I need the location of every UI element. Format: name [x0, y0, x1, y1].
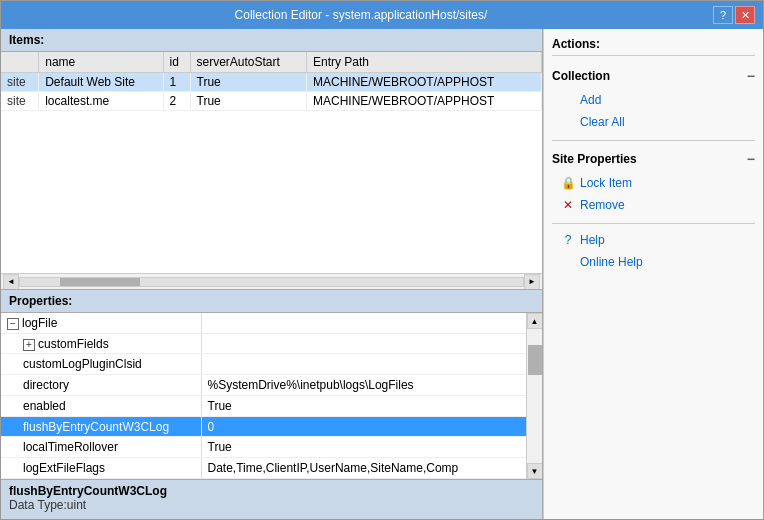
collection-section-title: Collection − [552, 68, 755, 84]
scroll-up-arrow[interactable]: ▲ [527, 313, 543, 329]
clear-all-label: Clear All [580, 115, 625, 129]
add-label: Add [580, 93, 601, 107]
table-row[interactable]: site Default Web Site 1 True MACHINE/WEB… [1, 73, 542, 92]
row-path: MACHINE/WEBROOT/APPHOST [307, 92, 542, 111]
lock-icon: 🔒 [560, 175, 576, 191]
scrollbar-thumb-v[interactable] [528, 345, 542, 375]
prop-value: Date,Time,ClientIP,UserName,SiteName,Com… [201, 458, 526, 479]
col-header-blank [1, 52, 39, 73]
properties-table-container: −logFile +customFields customLogPluginCl… [1, 313, 542, 479]
lock-item-label: Lock Item [580, 176, 632, 190]
window-title: Collection Editor - system.applicationHo… [9, 8, 713, 22]
col-header-id: id [163, 52, 190, 73]
add-icon [560, 92, 576, 108]
prop-row[interactable]: directory %SystemDrive%\inetpub\logs\Log… [1, 375, 526, 396]
prop-name: +customFields [1, 333, 201, 354]
items-header: Items: [1, 29, 542, 52]
expand-icon[interactable]: − [7, 318, 19, 330]
actions-header: Actions: [552, 37, 755, 56]
prop-name: flushByEntryCountW3CLog [1, 416, 201, 437]
online-help-link[interactable]: Online Help [552, 252, 755, 272]
prop-value: True [201, 395, 526, 416]
row-type: site [1, 73, 39, 92]
properties-panel: Properties: −logFile +customFields custo… [1, 289, 542, 519]
prop-name: customLogPluginClsid [1, 354, 201, 375]
expand-icon[interactable]: + [23, 339, 35, 351]
help-label: Help [580, 233, 605, 247]
scroll-down-arrow[interactable]: ▼ [527, 463, 543, 479]
title-bar-buttons: ? ✕ [713, 6, 755, 24]
title-bar: Collection Editor - system.applicationHo… [1, 1, 763, 29]
scrollbar-track-h[interactable] [19, 277, 524, 287]
prop-row[interactable]: logExtFileFlags Date,Time,ClientIP,UserN… [1, 458, 526, 479]
vertical-scrollbar[interactable]: ▲ ▼ [526, 313, 542, 479]
lock-item-link[interactable]: 🔒 Lock Item [552, 173, 755, 193]
clear-all-link[interactable]: Clear All [552, 112, 755, 132]
help-icon: ? [560, 232, 576, 248]
remove-label: Remove [580, 198, 625, 212]
prop-name: enabled [1, 395, 201, 416]
prop-name: −logFile [1, 313, 201, 333]
prop-name: directory [1, 375, 201, 396]
collection-collapse-icon[interactable]: − [747, 68, 755, 84]
main-content: Items: name id serverAutoStart Entry Pat… [1, 29, 763, 519]
table-row[interactable]: site localtest.me 2 True MACHINE/WEBROOT… [1, 92, 542, 111]
items-table-container[interactable]: name id serverAutoStart Entry Path site … [1, 52, 542, 273]
help-link[interactable]: ? Help [552, 230, 755, 250]
row-id: 1 [163, 73, 190, 92]
collection-section-label: Collection [552, 69, 610, 83]
prop-value [201, 333, 526, 354]
site-props-collapse-icon[interactable]: − [747, 151, 755, 167]
right-panel: Actions: Collection − Add Clear All Site… [543, 29, 763, 519]
col-header-autostart: serverAutoStart [190, 52, 307, 73]
prop-row[interactable]: enabled True [1, 395, 526, 416]
prop-value: %SystemDrive%\inetpub\logs\LogFiles [201, 375, 526, 396]
scrollbar-thumb-h[interactable] [60, 278, 140, 286]
col-header-name: name [39, 52, 163, 73]
row-type: site [1, 92, 39, 111]
horizontal-scrollbar[interactable]: ◄ ► [1, 273, 542, 289]
items-table: name id serverAutoStart Entry Path site … [1, 52, 542, 111]
properties-header: Properties: [1, 290, 542, 313]
scroll-left-arrow[interactable]: ◄ [3, 274, 19, 290]
prop-row[interactable]: localTimeRollover True [1, 437, 526, 458]
prop-info-desc: Data Type:uint [9, 498, 534, 512]
site-properties-section-title: Site Properties − [552, 151, 755, 167]
row-name: Default Web Site [39, 73, 163, 92]
help-button[interactable]: ? [713, 6, 733, 24]
properties-table: −logFile +customFields customLogPluginCl… [1, 313, 526, 479]
close-button[interactable]: ✕ [735, 6, 755, 24]
row-path: MACHINE/WEBROOT/APPHOST [307, 73, 542, 92]
row-autostart: True [190, 92, 307, 111]
row-id: 2 [163, 92, 190, 111]
row-autostart: True [190, 73, 307, 92]
prop-row[interactable]: −logFile [1, 313, 526, 333]
row-name: localtest.me [39, 92, 163, 111]
add-link[interactable]: Add [552, 90, 755, 110]
prop-name: logExtFileFlags [1, 458, 201, 479]
prop-name: localTimeRollover [1, 437, 201, 458]
prop-row[interactable]: +customFields [1, 333, 526, 354]
online-help-icon [560, 254, 576, 270]
divider-1 [552, 140, 755, 141]
property-info-bar: flushByEntryCountW3CLog Data Type:uint [1, 479, 542, 519]
prop-value [201, 313, 526, 333]
site-properties-label: Site Properties [552, 152, 637, 166]
col-header-entrypath: Entry Path [307, 52, 542, 73]
prop-value: True [201, 437, 526, 458]
prop-value: 0 [201, 416, 526, 437]
remove-link[interactable]: ✕ Remove [552, 195, 755, 215]
left-panel: Items: name id serverAutoStart Entry Pat… [1, 29, 543, 519]
prop-row[interactable]: flushByEntryCountW3CLog 0 [1, 416, 526, 437]
clear-all-icon [560, 114, 576, 130]
divider-2 [552, 223, 755, 224]
table-header-row: name id serverAutoStart Entry Path [1, 52, 542, 73]
remove-icon: ✕ [560, 197, 576, 213]
scroll-right-arrow[interactable]: ► [524, 274, 540, 290]
online-help-label: Online Help [580, 255, 643, 269]
main-window: Collection Editor - system.applicationHo… [0, 0, 764, 520]
prop-value [201, 354, 526, 375]
prop-info-name: flushByEntryCountW3CLog [9, 484, 534, 498]
prop-row[interactable]: customLogPluginClsid [1, 354, 526, 375]
